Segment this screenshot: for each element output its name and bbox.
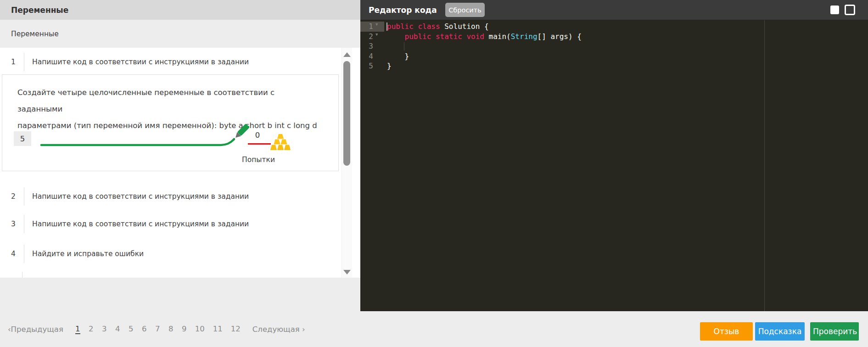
- task-row-3[interactable]: 3 Напишите код в соответствии с инструкц…: [0, 214, 339, 234]
- code-token: [387, 32, 405, 41]
- code-token: }: [387, 52, 409, 61]
- line-number: 3: [360, 41, 373, 51]
- pagination-page-7[interactable]: 7: [155, 325, 160, 334]
- code-token: public class: [387, 22, 444, 31]
- pagination-page-6[interactable]: 6: [142, 325, 147, 334]
- task-divider: [24, 215, 24, 233]
- task-divider: [24, 53, 24, 71]
- hint-button[interactable]: Подсказка: [755, 322, 805, 341]
- gutter-line-2: 2▼: [360, 32, 384, 42]
- pagination-page-5[interactable]: 5: [129, 325, 134, 334]
- line-number: 2: [360, 32, 373, 42]
- pagination: ‹Предыдущая 123456789101112 Следующая ›: [8, 322, 305, 336]
- code-token: [] args) {: [538, 32, 582, 41]
- line-number: 4: [360, 51, 373, 62]
- pagination-page-9[interactable]: 9: [182, 325, 187, 334]
- feedback-button[interactable]: Отзыв: [700, 322, 753, 341]
- reset-button[interactable]: Сбросить: [445, 3, 485, 17]
- code-line-1[interactable]: public class Solution {: [387, 22, 582, 32]
- gold-bars-icon: [270, 134, 291, 151]
- task-divider: [24, 245, 24, 263]
- indent-guide: [404, 42, 404, 50]
- lesson-header: Переменные: [0, 0, 360, 20]
- fold-caret-icon[interactable]: ▼: [375, 22, 378, 27]
- editor-header: Редактор кода Сбросить: [360, 0, 868, 20]
- code-content[interactable]: public class Solution { public static vo…: [387, 22, 582, 71]
- task-title: Найдите и исправьте ошибки: [32, 250, 144, 258]
- lesson-subheader[interactable]: Переменные: [0, 20, 360, 48]
- code-editor[interactable]: 1▼2▼345 public class Solution { public s…: [360, 20, 868, 311]
- print-margin-ruler: [764, 20, 765, 311]
- task-details-card: Создайте четыре целочисленные переменные…: [2, 74, 339, 171]
- code-line-3[interactable]: [387, 41, 582, 51]
- code-line-4[interactable]: }: [387, 51, 582, 62]
- filled-square-icon[interactable]: [830, 6, 839, 14]
- pagination-page-1[interactable]: 1: [75, 325, 80, 334]
- pagination-pages: 123456789101112: [75, 325, 241, 334]
- task-list-scrollbar[interactable]: [342, 48, 352, 278]
- gutter-line-5: 5: [360, 61, 384, 71]
- errors-underline: [248, 143, 271, 145]
- task-title: Напишите код в соответствии с инструкция…: [32, 58, 249, 66]
- task-row-1[interactable]: 1 Напишите код в соответствии с инструкц…: [0, 52, 339, 72]
- line-number: 1: [360, 22, 373, 32]
- lesson-title: Переменные: [11, 6, 68, 15]
- task-list: 1 Напишите код в соответствии с инструкц…: [0, 48, 360, 278]
- editor-title: Редактор кода: [369, 0, 437, 20]
- task-row-2[interactable]: 2 Напишите код в соответствии с инструкц…: [0, 186, 339, 207]
- code-token: main(: [489, 32, 511, 41]
- task-number: 4: [0, 250, 24, 258]
- gutter-line-3: 3: [360, 41, 384, 51]
- pagination-page-2[interactable]: 2: [89, 325, 94, 334]
- task-number: 3: [0, 220, 24, 228]
- app: Переменные Переменные 1 Напишите код в с…: [0, 0, 868, 347]
- code-token: }: [387, 62, 392, 70]
- errors-count: 0: [246, 131, 269, 140]
- pagination-page-12[interactable]: 12: [231, 325, 241, 334]
- pagination-page-3[interactable]: 3: [102, 325, 107, 334]
- code-token: Solution {: [444, 22, 488, 31]
- task-title: Напишите код в соответствии с инструкция…: [32, 220, 249, 228]
- attempts-left-badge: 5: [14, 131, 31, 146]
- text-cursor: [386, 22, 387, 31]
- scroll-down-arrow-icon[interactable]: [343, 270, 351, 274]
- code-token: String: [511, 32, 538, 41]
- pagination-next[interactable]: Следующая ›: [252, 325, 305, 334]
- scrollbar-thumb[interactable]: [343, 61, 350, 166]
- pagination-prev[interactable]: ‹Предыдущая: [8, 325, 63, 334]
- pagination-page-8[interactable]: 8: [168, 325, 174, 334]
- code-line-2[interactable]: public static void main(String[] args) {: [387, 32, 582, 42]
- task-number: 1: [0, 58, 24, 66]
- task-panel: Переменные Переменные 1 Напишите код в с…: [0, 0, 360, 347]
- outlined-square-icon[interactable]: [845, 5, 855, 15]
- gutter-line-4: 4: [360, 51, 384, 62]
- gutter-line-1: 1▼: [360, 22, 384, 32]
- task-title: Напишите код в соответствии с инструкция…: [32, 192, 249, 201]
- attempts-label: Попытки: [229, 156, 288, 164]
- editor-gutter: 1▼2▼345: [360, 22, 384, 71]
- fold-caret-icon[interactable]: ▼: [375, 32, 378, 37]
- task-description-line1: Создайте четыре целочисленные переменные…: [17, 84, 320, 118]
- code-token: public static void: [405, 32, 489, 41]
- editor-panel: Редактор кода Сбросить 1▼2▼345 public cl…: [360, 0, 868, 347]
- line-number: 5: [360, 61, 373, 71]
- pagination-page-11[interactable]: 11: [213, 325, 223, 334]
- task-divider-partial: [22, 272, 22, 278]
- pagination-page-10[interactable]: 10: [195, 325, 205, 334]
- pagination-page-4[interactable]: 4: [115, 325, 120, 334]
- task-row-4[interactable]: 4 Найдите и исправьте ошибки: [0, 244, 339, 264]
- lesson-subtitle: Переменные: [11, 30, 59, 38]
- task-description: Создайте четыре целочисленные переменные…: [17, 84, 320, 134]
- scroll-up-arrow-icon[interactable]: [343, 52, 351, 57]
- code-line-5[interactable]: }: [387, 61, 582, 71]
- progress-line-and-pencil-icon: [37, 129, 253, 152]
- task-divider: [24, 187, 24, 206]
- task-number: 2: [0, 192, 24, 201]
- check-button[interactable]: Проверить: [810, 322, 859, 341]
